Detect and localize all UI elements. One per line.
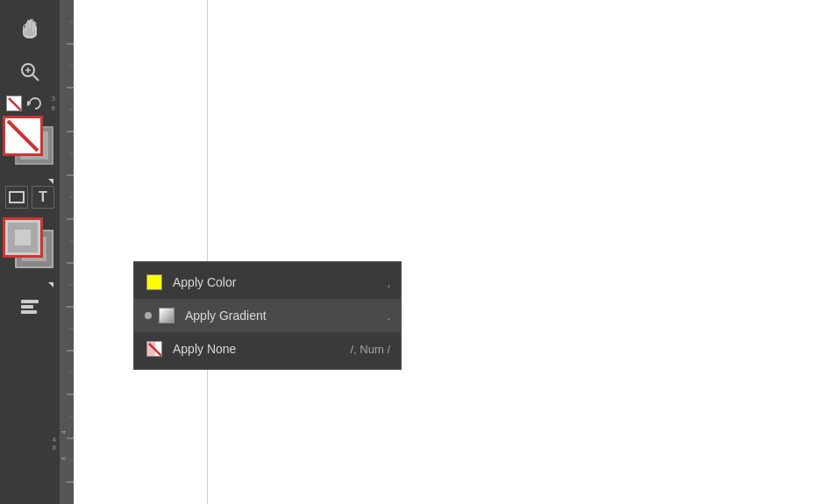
apply-color-icon (145, 273, 164, 292)
svg-rect-10 (21, 305, 33, 309)
ruler-svg (60, 0, 74, 504)
swatch-arrow (48, 179, 53, 184)
fill-active-swatch[interactable] (3, 217, 43, 258)
vertical-ruler: 3 6 (60, 0, 74, 504)
hand-tool-button[interactable] (9, 7, 51, 49)
stroke-fill-group (3, 217, 57, 287)
apply-none-icon-wrapper (145, 339, 164, 358)
fill-stroke-group (3, 116, 57, 184)
apply-gradient-shortcut: . (387, 309, 390, 323)
text-tool-button[interactable]: T (32, 186, 54, 209)
apply-color-shortcut: , (387, 276, 390, 289)
ruler-bottom-nums: 4 8 (53, 436, 56, 451)
undo-button[interactable] (25, 95, 43, 112)
svg-rect-12 (60, 0, 74, 504)
rect-icon (8, 188, 25, 206)
tool-row: 3 6 (3, 95, 57, 112)
ruler-num-4: 4 (53, 436, 56, 444)
menu-item-apply-none[interactable]: Apply None /, Num / (134, 332, 401, 366)
zoom-tool-button[interactable] (9, 51, 51, 93)
rect-tool-button[interactable] (5, 186, 28, 209)
apply-gradient-icon (157, 306, 176, 325)
toolbar: 3 6 (0, 0, 60, 504)
svg-line-1 (32, 75, 39, 81)
gradient-preview (159, 308, 174, 323)
zoom-icon (18, 60, 41, 83)
undo-icon (26, 96, 42, 111)
align-button[interactable] (14, 291, 46, 323)
none-slash-icon (147, 342, 162, 357)
apply-color-label: Apply Color (173, 275, 380, 289)
ruler-num-3: 3 (52, 95, 55, 103)
canvas-rule-line-1 (207, 0, 208, 504)
yellow-color-swatch (146, 274, 162, 290)
fill-icon (7, 96, 22, 111)
hand-icon (18, 16, 42, 40)
svg-line-37 (149, 344, 161, 356)
menu-item-apply-gradient[interactable]: Apply Gradient . (134, 299, 401, 332)
svg-rect-9 (21, 300, 39, 303)
context-menu: Apply Color , Apply Gradient . (133, 261, 402, 370)
apply-none-label: Apply None (173, 342, 343, 356)
menu-item-apply-color[interactable]: Apply Color , (134, 266, 401, 299)
canvas-area: Apply Color , Apply Gradient . (74, 0, 819, 504)
ruler-ticks (60, 0, 74, 504)
apply-none-shortcut: /, Num / (350, 343, 390, 356)
stroke-arrow (48, 282, 53, 287)
align-icon (18, 295, 42, 319)
svg-rect-35 (147, 342, 162, 357)
app-container: 3 6 (0, 0, 819, 504)
ruler-label-bottom-4: 4 (61, 430, 67, 434)
menu-check-indicator (145, 312, 152, 319)
apply-gradient-label: Apply Gradient (185, 309, 380, 323)
svg-rect-11 (21, 310, 37, 314)
ruler-num-6: 6 (52, 104, 55, 112)
fill-indicator-small (6, 96, 22, 111)
none-icon (146, 341, 162, 357)
svg-rect-36 (147, 342, 155, 357)
ruler-num-8: 8 (53, 444, 56, 451)
fill-slash-icon (5, 118, 40, 153)
ruler-label-bottom-8: 8 (61, 457, 67, 460)
shape-tools-row: T (4, 186, 56, 209)
svg-rect-8 (10, 192, 24, 202)
fill-swatch[interactable] (3, 116, 43, 156)
